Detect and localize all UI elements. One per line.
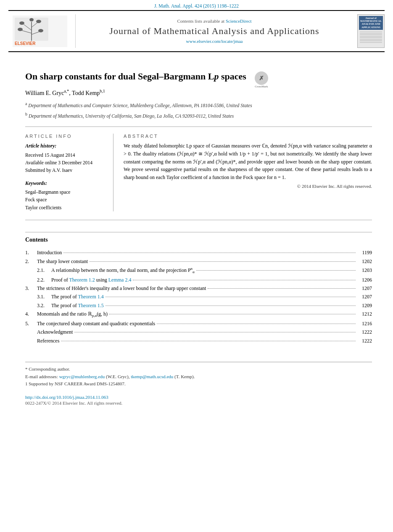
toc-item-2: 2. The sharp lower constant 1202: [25, 257, 372, 266]
science-direct-link[interactable]: ScienceDirect: [226, 18, 252, 24]
toc-page-2-1: 1203: [357, 266, 372, 274]
keyword-1: Segal–Bargmann space: [25, 190, 70, 195]
svg-point-8: [36, 20, 41, 23]
journal-thumbnail: Journal ofMATHEMATICALANALYSIS ANDAPPLIC…: [357, 14, 385, 48]
footnote-nsf: 1 Supported by NSF CAREER Award DMS-1254…: [25, 380, 372, 388]
toc-dots-2-1: [196, 266, 356, 271]
toc-page-3-2: 1209: [357, 301, 372, 310]
toc-lemma-link-2-4[interactable]: Lemma 2.4: [108, 277, 132, 283]
copyright-line: © 2014 Elsevier Inc. All rights reserved…: [124, 184, 372, 189]
svg-point-10: [38, 29, 43, 32]
toc-dots-1: [63, 248, 356, 253]
crossmark-icon: ✗: [255, 71, 268, 85]
toc-item-3-2: 3.2. The proof of Theorem 1.5 1209: [25, 301, 372, 310]
contents-section: Contents 1. Introduction 1199 2. The sha…: [25, 232, 372, 345]
toc-text-1: Introduction: [37, 248, 62, 257]
toc-text-3-2: The proof of Theorem 1.5: [51, 301, 104, 310]
doi-link[interactable]: http://dx.doi.org/10.1016/j.jmaa.2014.11…: [25, 395, 108, 400]
toc-theorem-link-1-2[interactable]: Theorem 1.2: [69, 277, 95, 283]
main-content: On sharp constants for dual Segal–Bargma…: [0, 52, 393, 414]
email-label: E-mail addresses:: [25, 374, 58, 379]
keyword-2: Fock space: [25, 197, 47, 202]
abstract-text: We study dilated holomorphic Lp space of…: [124, 142, 372, 181]
journal-url: www.elsevier.com/locate/jmaa: [186, 39, 243, 44]
footnote-corresponding: * Corresponding author.: [25, 366, 372, 373]
contents-title: Contents: [25, 237, 372, 243]
toc-item-1: 1. Introduction 1199: [25, 248, 372, 257]
science-direct-line: Contents lists available at ScienceDirec…: [177, 18, 251, 24]
journal-name: Journal of Mathematical Analysis and App…: [109, 25, 319, 37]
toc-num-3: 3.: [25, 284, 37, 292]
elsevier-logo: ELSEVIER: [13, 16, 67, 47]
toc-num-3-1: 3.1.: [37, 292, 51, 301]
submitted-by: Submitted by A.V. Isaev: [25, 168, 72, 173]
thumb-content-lines: [359, 31, 383, 44]
issn-line: 0022-247X/© 2014 Elsevier Inc. All right…: [25, 400, 372, 406]
toc-item-acknowledgment: Acknowledgment 1222: [25, 328, 372, 336]
abstract-column: ABSTRACT We study dilated holomorphic Lp…: [124, 134, 372, 211]
abstract-heading: ABSTRACT: [124, 134, 372, 139]
keyword-3: Taylor coefficients: [25, 205, 61, 210]
toc-text-2-2: Proof of Theorem 1.2 using Lemma 2.4: [51, 276, 131, 284]
journal-header: ELSEVIER Contents lists available at Sci…: [8, 10, 385, 52]
toc-theorem-link-1-4[interactable]: Theorem 1.4: [78, 294, 103, 300]
author1-sup: a,*: [64, 89, 69, 93]
separator-1: [25, 126, 372, 127]
article-history: Article history: Received 15 August 2014…: [25, 142, 105, 174]
toc-item-3: 3. The strictness of Hölder's inequality…: [25, 284, 372, 292]
toc-dots-4: [109, 309, 356, 314]
toc-num-4: 4.: [25, 310, 37, 318]
toc-page-3-1: 1207: [357, 292, 372, 301]
toc-page-ack: 1222: [357, 328, 372, 336]
toc-num-1: 1.: [25, 248, 37, 257]
separator-2: [25, 220, 372, 220]
toc-page-2: 1202: [357, 257, 372, 266]
toc-text-3: The strictness of Hölder's inequality an…: [37, 284, 206, 292]
toc-dots-ref: [61, 336, 356, 341]
svg-text:ELSEVIER: ELSEVIER: [15, 41, 36, 46]
toc-dots-3-2: [106, 301, 356, 306]
author2-sup: b,1: [100, 89, 105, 93]
toc-dots-3: [208, 284, 356, 289]
toc-item-references: References 1222: [25, 337, 372, 345]
thumb-header-text: Journal ofMATHEMATICALANALYSIS ANDAPPLIC…: [359, 16, 383, 30]
journal-ref-text: J. Math. Anal. Appl. 424 (2015) 1198–122…: [154, 3, 239, 8]
toc-item-2-2: 2.2. Proof of Theorem 1.2 using Lemma 2.…: [25, 276, 372, 284]
elsevier-logo-area: ELSEVIER: [8, 14, 76, 48]
journal-thumbnail-area: Journal ofMATHEMATICALANALYSIS ANDAPPLIC…: [353, 14, 385, 48]
toc-page-4: 1212: [357, 310, 372, 318]
email-link-1[interactable]: wgryc@muhlenberg.edu: [59, 374, 105, 379]
toc-page-3: 1207: [357, 284, 372, 292]
keywords-label: Keywords:: [25, 179, 105, 187]
toc-text-2: The sharp lower constant: [37, 257, 88, 266]
article-info-heading: ARTICLE INFO: [25, 134, 105, 139]
toc-page-2-2: 1206: [357, 276, 372, 284]
toc-item-5: 5. The conjectured sharp constant and qu…: [25, 319, 372, 328]
email-link-2[interactable]: tkemp@math.ucsd.edu: [131, 374, 173, 379]
paper-title: On sharp constants for dual Segal–Bargma…: [25, 71, 246, 83]
affil-a-text: Department of Mathematics and Computer S…: [28, 103, 252, 108]
toc-theorem-link-1-5[interactable]: Theorem 1.5: [78, 303, 103, 308]
svg-point-7: [19, 21, 24, 25]
toc-page-5: 1216: [357, 319, 372, 328]
footnote-emails: E-mail addresses: wgryc@muhlenberg.edu (…: [25, 373, 372, 381]
toc-page-1: 1199: [357, 248, 372, 257]
author2-name: , Todd Kemp: [69, 90, 100, 96]
article-info-column: ARTICLE INFO Article history: Received 1…: [25, 134, 113, 211]
toc-item-3-1: 3.1. The proof of Theorem 1.4 1207: [25, 292, 372, 301]
toc-dots-2-2: [133, 275, 356, 280]
journal-reference: J. Math. Anal. Appl. 424 (2015) 1198–122…: [0, 0, 393, 10]
affiliation-b: b Department of Mathematics, University …: [25, 111, 372, 120]
available-date: Available online 3 December 2014: [25, 160, 92, 165]
toc-text-2-1: A relationship between the norm, the dua…: [51, 266, 195, 276]
toc-num-2: 2.: [25, 257, 37, 266]
doi-section: http://dx.doi.org/10.1016/j.jmaa.2014.11…: [25, 395, 372, 400]
authors-line: William E. Gryca,*, Todd Kempb,1: [25, 89, 372, 97]
toc-dots-3-1: [106, 292, 356, 297]
history-label: Article history:: [25, 142, 105, 150]
toc-page-ref: 1222: [357, 337, 372, 345]
author1-name: William E. Gryc: [25, 90, 64, 96]
affiliation-a: a Department of Mathematics and Computer…: [25, 100, 372, 109]
affil-a-sup: a: [25, 101, 27, 106]
toc-item-4: 4. Monomials and the ratio ℝp,α(g, h) 12…: [25, 310, 372, 319]
